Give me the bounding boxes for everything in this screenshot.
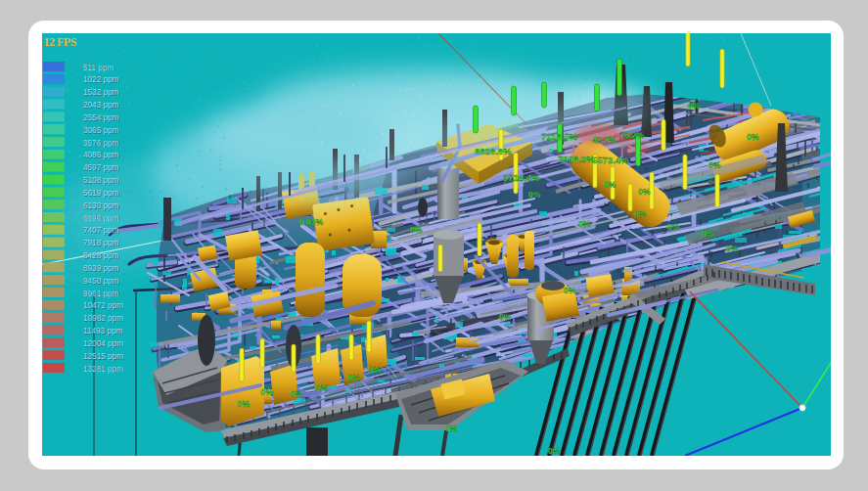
svg-text:3065 ppm: 3065 ppm	[83, 126, 119, 135]
svg-text:8939 ppm: 8939 ppm	[83, 264, 119, 273]
svg-text:10982 ppm: 10982 ppm	[83, 314, 123, 323]
svg-text:4597 ppm: 4597 ppm	[83, 163, 119, 172]
svg-text:0%: 0%	[499, 312, 512, 322]
svg-text:0%: 0%	[347, 373, 360, 382]
svg-text:6896 ppm: 6896 ppm	[83, 214, 119, 223]
svg-text:511 ppm: 511 ppm	[83, 64, 114, 72]
svg-text:12515 ppm: 12515 ppm	[83, 352, 123, 361]
svg-text:7407 ppm: 7407 ppm	[83, 226, 119, 235]
svg-text:9450 ppm: 9450 ppm	[83, 277, 119, 286]
svg-text:73.2%: 73.2%	[620, 130, 645, 140]
svg-text:0%: 0%	[445, 424, 458, 433]
svg-text:0%: 0%	[528, 190, 541, 200]
svg-text:6130 ppm: 6130 ppm	[83, 201, 119, 210]
svg-text:0%: 0%	[237, 399, 250, 409]
svg-text:0%: 0%	[410, 225, 423, 235]
svg-text:0%: 0%	[368, 365, 381, 375]
svg-text:7918 ppm: 7918 ppm	[83, 239, 119, 247]
svg-text:9961 ppm: 9961 ppm	[83, 290, 119, 298]
svg-text:7906.3%: 7906.3%	[558, 154, 595, 164]
svg-text:42.2%: 42.2%	[592, 135, 617, 145]
svg-text:0%: 0%	[548, 446, 561, 456]
svg-text:10472 ppm: 10472 ppm	[83, 301, 123, 310]
svg-text:13281 ppm: 13281 ppm	[83, 365, 123, 374]
svg-text:1022 ppm: 1022 ppm	[83, 75, 119, 84]
svg-text:8428 ppm: 8428 ppm	[83, 251, 119, 260]
svg-text:0%: 0%	[564, 286, 576, 295]
svg-text:0%: 0%	[638, 187, 651, 197]
svg-text:12004 ppm: 12004 ppm	[83, 339, 123, 348]
svg-text:5619 ppm: 5619 ppm	[83, 189, 119, 198]
svg-text:7116.5%: 7116.5%	[541, 131, 578, 142]
svg-text:0%: 0%	[578, 219, 591, 229]
svg-text:12 FPS: 12 FPS	[44, 35, 77, 49]
svg-text:2043 ppm: 2043 ppm	[83, 101, 119, 110]
svg-text:1532 ppm: 1532 ppm	[83, 88, 119, 97]
svg-text:3576 ppm: 3576 ppm	[83, 139, 119, 148]
svg-text:11493 ppm: 11493 ppm	[83, 327, 123, 335]
svg-text:5108 ppm: 5108 ppm	[83, 176, 119, 185]
svg-text:6636.6%: 6636.6%	[475, 146, 512, 156]
svg-text:0%: 0%	[747, 132, 759, 142]
svg-text:0%: 0%	[315, 383, 328, 393]
svg-text:0%: 0%	[702, 229, 714, 239]
svg-text:3718.4%: 3718.4%	[503, 172, 540, 183]
svg-text:0%: 0%	[667, 222, 680, 232]
svg-text:4086 ppm: 4086 ppm	[83, 151, 119, 159]
svg-text:0%: 0%	[708, 160, 721, 170]
svg-text:0%: 0%	[260, 387, 273, 397]
svg-text:0.03%: 0.03%	[299, 217, 324, 227]
svg-text:5573.4%: 5573.4%	[592, 155, 629, 165]
svg-text:0%: 0%	[604, 180, 617, 190]
svg-text:0%: 0%	[634, 209, 647, 219]
svg-text:0%: 0%	[688, 101, 701, 111]
svg-text:0%: 0%	[726, 244, 739, 253]
svg-text:2554 ppm: 2554 ppm	[83, 113, 119, 122]
svg-text:0%: 0%	[290, 389, 302, 399]
